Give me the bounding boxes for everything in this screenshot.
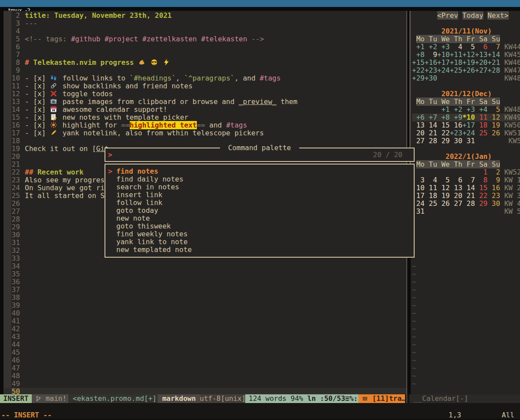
editor-line[interactable]: 45 — [3, 349, 406, 356]
palette-item[interactable]: new templated note — [108, 246, 414, 254]
calendar-day[interactable]: 6 — [450, 176, 463, 184]
calendar-day[interactable]: 19 — [487, 121, 500, 129]
calendar-day[interactable]: 18 — [475, 121, 488, 129]
editor-line[interactable]: 48 — [3, 372, 406, 380]
editor-line[interactable]: 13- [x] paste images from clipboard or b… — [3, 98, 406, 106]
calendar-day[interactable]: 13 — [412, 121, 425, 129]
editor-line[interactable]: 38 — [3, 294, 406, 302]
editor-line[interactable]: 14- [x] awesome calendar support! — [3, 106, 406, 114]
calendar-day[interactable]: +17 — [437, 58, 450, 67]
editor-line[interactable]: 6 — [3, 43, 406, 51]
calendar-day[interactable]: +24 — [463, 129, 475, 137]
calendar-day[interactable]: 22 — [475, 192, 488, 200]
editor-line[interactable]: 11- [x] show backlinks and friend notes — [3, 82, 406, 90]
editor-line[interactable]: 18 — [3, 137, 406, 145]
calendar-day[interactable]: 28 — [463, 199, 475, 208]
calendar-day[interactable]: 26 — [437, 199, 450, 208]
calendar-day[interactable]: +9 — [450, 113, 463, 121]
calendar-day[interactable]: +2 — [425, 43, 437, 51]
calendar-pane[interactable]: <Prev Today Next> 2021/11(Nov) Mo Tu We … — [411, 11, 520, 394]
editor-line[interactable]: 43 — [3, 333, 406, 341]
calendar-day[interactable]: 27 — [412, 137, 425, 145]
calendar-day[interactable]: 21 — [463, 192, 475, 200]
calendar-day[interactable]: 15 — [475, 184, 488, 192]
calendar-day[interactable]: 20 — [450, 192, 463, 200]
editor-line[interactable]: 34 — [3, 262, 406, 270]
calendar-day[interactable]: +13 — [475, 50, 488, 59]
calendar-day[interactable]: +8 — [412, 50, 425, 59]
calendar-day[interactable]: 31 — [463, 137, 475, 145]
palette-item[interactable]: find daily notes — [108, 175, 414, 183]
calendar-day[interactable]: 26 — [487, 129, 500, 137]
palette-item[interactable]: follow link — [108, 199, 414, 207]
calendar-day[interactable]: +30 — [425, 74, 437, 82]
calendar-day[interactable]: 21 — [425, 129, 437, 137]
palette-item[interactable]: search in notes — [108, 183, 414, 191]
calendar-day[interactable]: 16 — [450, 121, 463, 129]
calendar-day[interactable]: +27 — [475, 66, 488, 74]
palette-item[interactable]: find weekly notes — [108, 230, 414, 238]
calendar-day[interactable]: +1 — [437, 105, 450, 114]
calendar-day[interactable]: 22 — [437, 129, 450, 137]
editor-line[interactable]: 49 — [3, 380, 406, 388]
calendar-day[interactable]: 12 — [487, 113, 500, 121]
calendar-day[interactable]: +19 — [463, 58, 475, 67]
calendar-day[interactable]: 5 — [463, 43, 475, 51]
editor-line[interactable]: 2title: Tuesday, November 23th, 2021 — [3, 12, 406, 20]
calendar-day[interactable]: +17 — [463, 121, 475, 129]
editor-line[interactable]: 44 — [3, 341, 406, 349]
editor-line[interactable]: 7 — [3, 51, 406, 59]
editor-line[interactable]: 10- [x] follow links to `#headings`, `^p… — [3, 74, 406, 82]
calendar-day[interactable]: 7 — [487, 43, 500, 51]
calendar-day[interactable]: 7 — [463, 176, 475, 184]
calendar-day[interactable]: +2 — [450, 105, 463, 114]
calendar-day[interactable]: +3 — [437, 43, 450, 51]
calendar-day-today[interactable]: *10 — [463, 113, 475, 121]
calendar-day[interactable]: +6 — [412, 113, 425, 121]
calendar-day[interactable]: 11 — [425, 184, 437, 192]
palette-item[interactable]: goto today — [108, 207, 414, 215]
calendar-day[interactable]: 2 — [487, 168, 500, 176]
calendar-day[interactable]: +26 — [463, 66, 475, 74]
calendar-day[interactable]: 4 — [450, 43, 463, 51]
next-button[interactable]: Next> — [487, 11, 508, 20]
buffer-list[interactable]: [11]tra… — [358, 394, 405, 403]
calendar-day[interactable]: +7 — [425, 113, 437, 121]
palette-item[interactable]: new note — [108, 215, 414, 222]
editor-line[interactable]: 40 — [3, 309, 406, 317]
calendar-day[interactable]: 18 — [425, 192, 437, 200]
calendar-day[interactable]: 15 — [437, 121, 450, 129]
calendar-day[interactable]: 4 — [425, 176, 437, 184]
editor-line[interactable]: 12- [x] toggle todos — [3, 90, 406, 98]
calendar-day[interactable]: 9 — [487, 176, 500, 184]
calendar-day[interactable]: +8 — [437, 113, 450, 121]
calendar-day[interactable]: +16 — [425, 58, 437, 67]
palette-item[interactable]: goto thisweek — [108, 222, 414, 230]
editor-line[interactable]: 4 — [3, 27, 406, 35]
calendar-day[interactable]: +10 — [437, 50, 450, 59]
calendar-day[interactable]: 23 — [487, 192, 500, 200]
editor-line[interactable]: 8# Telekasten.nvim progress — [3, 59, 406, 67]
calendar-day[interactable]: 14 — [463, 184, 475, 192]
calendar-day[interactable]: 16 — [487, 184, 500, 192]
calendar-day[interactable]: 5 — [487, 105, 500, 114]
calendar-day[interactable]: +15 — [412, 58, 425, 67]
editor-line[interactable]: 36 — [3, 278, 406, 286]
editor-line[interactable]: 42 — [3, 325, 406, 333]
calendar-day[interactable]: 28 — [425, 137, 437, 145]
calendar-day[interactable]: 12 — [437, 184, 450, 192]
prev-button[interactable]: <Prev — [437, 11, 458, 20]
calendar-day[interactable]: +12 — [463, 50, 475, 59]
editor-line[interactable]: 39 — [3, 302, 406, 309]
calendar-day[interactable]: +24 — [437, 66, 450, 74]
calendar-day[interactable]: 27 — [450, 199, 463, 208]
calendar-day[interactable]: +23 — [450, 129, 463, 137]
calendar-day[interactable]: +20 — [475, 58, 488, 67]
editor-line[interactable]: 37 — [3, 286, 406, 294]
editor-line[interactable]: 47 — [3, 364, 406, 372]
editor-line[interactable]: 17- [x] yank notelink, also from wthin t… — [3, 129, 406, 137]
calendar-day[interactable]: 30 — [450, 137, 463, 145]
calendar-day[interactable]: +14 — [487, 50, 500, 59]
calendar-day[interactable]: 5 — [437, 176, 450, 184]
calendar-day[interactable]: +1 — [412, 43, 425, 51]
